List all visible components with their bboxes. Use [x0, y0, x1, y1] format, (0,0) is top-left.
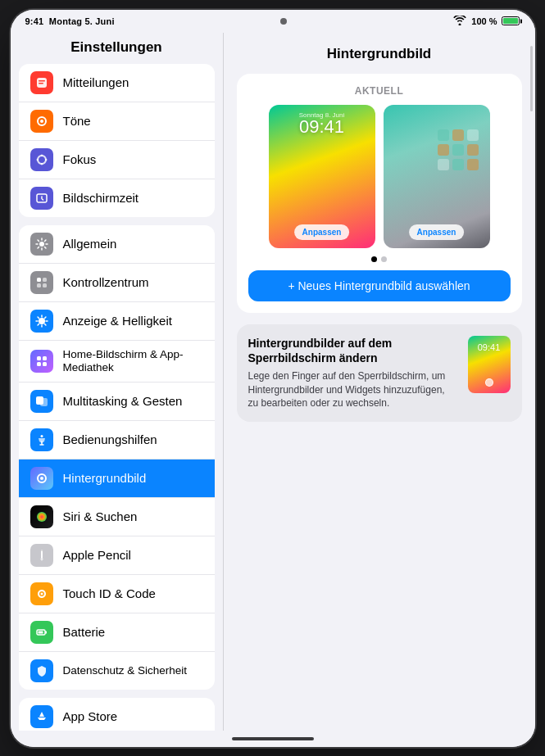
- kontrollzentrum-icon: [30, 271, 53, 294]
- kontrollzentrum-label: Kontrollzentrum: [63, 275, 149, 290]
- sperr-preview-dot: [485, 378, 493, 387]
- app-store-label: App Store: [63, 709, 118, 724]
- page-dots: [248, 256, 511, 262]
- wallpaper-homescreen-preview[interactable]: Anpassen: [384, 105, 490, 248]
- sidebar-item-batterie[interactable]: Batterie: [19, 613, 215, 652]
- app-store-icon: [30, 705, 53, 728]
- home-indicator[interactable]: [232, 737, 314, 740]
- sidebar-item-anzeige[interactable]: Anzeige & Helligkeit: [19, 302, 215, 341]
- sperrbildschirm-card[interactable]: Hintergrundbilder auf dem Sperrbildschir…: [237, 324, 522, 423]
- grid-item: [438, 159, 449, 170]
- sidebar-item-datenschutz[interactable]: Datenschutz & Sicherheit: [19, 652, 215, 690]
- home-bildschirm-icon: [30, 350, 53, 373]
- new-wallpaper-button[interactable]: + Neues Hintergrundbild auswählen: [248, 270, 511, 301]
- wp-app-grid: [438, 129, 479, 170]
- sidebar-section-3: App Store Wallet & Apple Pay: [19, 698, 215, 731]
- status-right: 100 %: [453, 16, 520, 27]
- sidebar-item-toene[interactable]: Töne: [19, 102, 215, 141]
- grid-item: [452, 159, 464, 170]
- svg-rect-17: [40, 398, 48, 406]
- sperr-title: Hintergrundbilder auf dem Sperrbildschir…: [248, 336, 458, 365]
- sidebar-item-mitteilungen[interactable]: Mitteilungen: [19, 64, 215, 102]
- svg-rect-10: [43, 283, 47, 287]
- svg-rect-15: [43, 362, 47, 366]
- status-bar: 9:41 Montag 5. Juni 100 %: [11, 10, 535, 33]
- mitteilungen-icon: [30, 71, 53, 94]
- svg-rect-12: [37, 356, 41, 360]
- allgemein-label: Allgemein: [63, 237, 117, 251]
- mitteilungen-label: Mitteilungen: [63, 75, 129, 90]
- sidebar-item-bildschirmzeit[interactable]: Bildschirmzeit: [19, 179, 215, 217]
- batterie-label: Batterie: [63, 625, 106, 640]
- svg-rect-24: [41, 550, 43, 551]
- anzeige-label: Anzeige & Helligkeit: [63, 314, 172, 328]
- grid-item: [467, 129, 479, 141]
- toene-label: Töne: [63, 114, 91, 129]
- sidebar-item-home-bildschirm[interactable]: Home-Bildschirm & App-Mediathek: [19, 341, 215, 383]
- bottom-bar: [11, 731, 535, 747]
- sidebar-item-multitasking[interactable]: Multitasking & Gesten: [19, 383, 215, 421]
- dot-1: [371, 256, 377, 262]
- sperr-desc: Lege den Finger auf den Sperrbildschirm,…: [248, 369, 458, 410]
- svg-rect-14: [37, 362, 41, 366]
- svg-point-25: [40, 592, 43, 595]
- toene-icon: [30, 110, 53, 133]
- wallpaper-previews: Sonntag 8. Juni 09:41 Anpassen: [248, 105, 511, 248]
- grid-item: [467, 144, 479, 156]
- content-area: Hintergrundbild AKTUELL Sonntag 8. Juni …: [224, 33, 535, 731]
- grid-item: [452, 129, 464, 141]
- status-center-dot: [280, 18, 287, 25]
- batterie-icon: [30, 621, 53, 644]
- bedienungshilfen-icon: [30, 428, 53, 451]
- status-time-date: 9:41 Montag 5. Juni: [25, 16, 115, 26]
- ipad-frame: 9:41 Montag 5. Juni 100 % Einstellungen: [11, 10, 535, 747]
- sidebar-item-kontrollzentrum[interactable]: Kontrollzentrum: [19, 264, 215, 302]
- sidebar-item-bedienungshilfen[interactable]: Bedienungshilfen: [19, 421, 215, 459]
- bildschirmzeit-icon: [30, 187, 53, 210]
- grid-item: [467, 159, 479, 170]
- svg-rect-13: [43, 356, 47, 360]
- touch-id-icon: [30, 582, 53, 605]
- datenschutz-icon: [30, 659, 53, 682]
- sidebar: Einstellungen Mitteilungen Töne: [11, 33, 224, 731]
- svg-rect-8: [43, 278, 47, 282]
- sidebar-item-hintergrundbild[interactable]: Hintergrundbild: [19, 459, 215, 498]
- sidebar-item-apple-pencil[interactable]: Apple Pencil: [19, 536, 215, 575]
- content-title: Hintergrundbild: [237, 46, 522, 62]
- datenschutz-label: Datenschutz & Sicherheit: [63, 664, 188, 677]
- sidebar-item-fokus[interactable]: Fokus: [19, 141, 215, 179]
- grid-item: [438, 129, 449, 141]
- fokus-icon: [30, 148, 53, 171]
- touch-id-label: Touch ID & Code: [63, 586, 156, 601]
- sidebar-item-allgemein[interactable]: Allgemein: [19, 225, 215, 264]
- allgemein-icon: [30, 233, 53, 256]
- svg-rect-28: [38, 631, 43, 633]
- wifi-icon: [453, 16, 466, 27]
- sidebar-item-touch-id[interactable]: Touch ID & Code: [19, 575, 215, 613]
- grid-item: [438, 144, 449, 156]
- multitasking-icon: [30, 390, 53, 413]
- main-area: Einstellungen Mitteilungen Töne: [11, 33, 535, 731]
- svg-point-4: [40, 120, 43, 123]
- svg-rect-9: [37, 283, 41, 287]
- sidebar-item-app-store[interactable]: App Store: [19, 698, 215, 731]
- siri-label: Siri & Suchen: [63, 509, 138, 524]
- svg-rect-1: [39, 80, 45, 82]
- anpassen-btn-1[interactable]: Anpassen: [294, 224, 350, 240]
- apple-pencil-icon: [30, 544, 53, 567]
- battery-indicator: [502, 16, 520, 25]
- svg-point-21: [37, 512, 47, 522]
- svg-rect-27: [45, 631, 47, 633]
- anpassen-btn-2[interactable]: Anpassen: [409, 224, 465, 240]
- wallpaper-lockscreen-preview[interactable]: Sonntag 8. Juni 09:41 Anpassen: [269, 105, 375, 248]
- battery-label: 100 %: [471, 16, 497, 26]
- anzeige-icon: [30, 310, 53, 333]
- dot-2: [381, 256, 387, 262]
- bedienungshilfen-label: Bedienungshilfen: [63, 432, 157, 447]
- sperr-text-container: Hintergrundbilder auf dem Sperrbildschir…: [248, 336, 458, 411]
- aktuell-label: AKTUELL: [248, 85, 511, 97]
- fokus-label: Fokus: [63, 152, 97, 167]
- sidebar-title: Einstellungen: [11, 33, 223, 64]
- sidebar-item-siri[interactable]: Siri & Suchen: [19, 498, 215, 536]
- scrollbar[interactable]: [530, 46, 533, 111]
